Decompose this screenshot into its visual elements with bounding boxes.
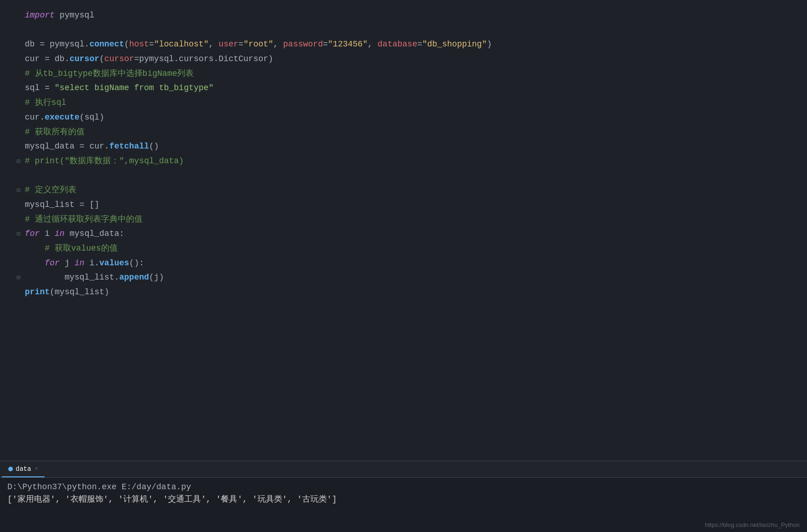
token-normal: cur = db. [25, 54, 69, 63]
fold-gutter[interactable]: ⊟ [14, 156, 23, 167]
code-line: ⊟for i in mysql_data: [14, 227, 807, 241]
bottom-panel: data × D:\Python37\python.exe E:/day/dat… [0, 461, 807, 532]
code-line: ⊟ mysql_list.append(j) [14, 270, 807, 285]
panel-tab-bar: data × [0, 461, 807, 478]
token-fn: print [25, 287, 50, 297]
token-normal: cur. [25, 113, 45, 122]
token-param-red: cursor [104, 54, 134, 63]
token-normal: = [323, 40, 328, 49]
token-normal: mysql_list = [] [25, 200, 99, 209]
code-line: cur.execute(sql) [14, 110, 807, 125]
code-line: import pymysql [14, 8, 807, 23]
token-normal: (mysql_list) [50, 287, 109, 297]
token-normal: (j) [149, 273, 164, 282]
code-content: cur = db.cursor(cursor=pymysql.cursors.D… [25, 52, 807, 66]
code-line: print(mysql_list) [14, 285, 807, 300]
token-param-red: host [129, 40, 149, 49]
token-normal: (sql) [80, 113, 104, 122]
code-line: # 从tb_bigtype数据库中选择bigName列表 [14, 67, 807, 81]
code-line: ⊟# print("数据库数据：",mysql_data) [14, 154, 807, 169]
token-normal: mysql_data = cur. [25, 142, 109, 151]
token-normal: pymysql [55, 11, 94, 20]
code-content: # 获取values的值 [25, 242, 807, 256]
code-content: # print("数据库数据：",mysql_data) [25, 154, 807, 168]
token-normal: j [60, 258, 74, 268]
token-kw-italic: import [25, 11, 55, 20]
token-kw-italic: for [45, 258, 59, 268]
token-fn: cursor [69, 54, 99, 63]
token-normal: =pymysql.cursors.DictCursor) [134, 54, 273, 63]
token-comment-cn: # 获取所有的值 [25, 127, 85, 137]
token-fn: append [119, 273, 149, 282]
token-fn: execute [45, 113, 80, 122]
code-line: cur = db.cursor(cursor=pymysql.cursors.D… [14, 52, 807, 67]
token-param-red: user [218, 40, 238, 49]
token-comment-cn: # 执行sql [25, 98, 66, 107]
panel-output: D:\Python37\python.exe E:/day/data.py ['… [0, 478, 807, 509]
token-fn: fetchall [109, 142, 149, 151]
token-param-val-str: "db_shopping" [422, 40, 486, 49]
code-content: # 执行sql [25, 96, 807, 110]
token-fn: connect [89, 40, 124, 49]
token-normal: = [239, 40, 244, 49]
token-normal: sql = [25, 83, 55, 92]
token-sql-str: "select bigName from tb_bigtype" [55, 83, 214, 92]
code-content [25, 169, 807, 183]
token-param-red: database [378, 40, 417, 49]
code-lines: import pymysql db = pymysql.connect(host… [14, 8, 807, 300]
code-line [14, 169, 807, 183]
code-content: mysql_list.append(j) [25, 271, 807, 285]
token-kw-italic: in [55, 229, 65, 238]
code-content: # 获取所有的值 [25, 126, 807, 139]
token-normal: mysql_data: [64, 229, 124, 238]
token-normal: , [209, 40, 219, 49]
token-normal: ) [487, 40, 492, 49]
token-fn: values [99, 258, 129, 268]
fold-gutter[interactable]: ⊟ [14, 273, 23, 283]
token-comment-cn: # print("数据库数据：",mysql_data) [25, 156, 184, 166]
token-normal: = [417, 40, 422, 49]
tab-close-icon[interactable]: × [35, 466, 38, 472]
token-normal: () [149, 142, 159, 151]
code-line: # 通过循环获取列表字典中的值 [14, 212, 807, 227]
tab-data[interactable]: data × [2, 461, 45, 477]
code-line: db = pymysql.connect(host="localhost", u… [14, 37, 807, 52]
fold-gutter[interactable]: ⊟ [14, 185, 23, 196]
output-line: ['家用电器', '衣帽服饰', '计算机', '交通工具', '餐具', '玩… [7, 493, 800, 504]
code-content: db = pymysql.connect(host="localhost", u… [25, 38, 807, 51]
fold-gutter[interactable]: ⊟ [14, 229, 23, 240]
code-content: # 通过循环获取列表字典中的值 [25, 213, 807, 227]
code-content [25, 23, 807, 37]
code-content: cur.execute(sql) [25, 111, 807, 125]
token-normal: = [149, 40, 154, 49]
token-param-val-str: "localhost" [154, 40, 209, 49]
token-normal: (): [129, 258, 144, 268]
code-line: # 执行sql [14, 96, 807, 110]
token-kw-italic: in [74, 258, 85, 268]
code-line: for j in i.values(): [14, 256, 807, 271]
token-normal: ( [124, 40, 129, 49]
tab-data-label: data [16, 465, 31, 473]
code-line: mysql_list = [] [14, 198, 807, 212]
token-normal: i [40, 229, 54, 238]
code-editor[interactable]: import pymysql db = pymysql.connect(host… [0, 0, 807, 461]
code-line: mysql_data = cur.fetchall() [14, 139, 807, 154]
code-content: sql = "select bigName from tb_bigtype" [25, 81, 807, 95]
code-content: # 从tb_bigtype数据库中选择bigName列表 [25, 67, 807, 81]
token-param-val-str: "123456" [328, 40, 367, 49]
code-content: print(mysql_list) [25, 286, 807, 299]
token-param-red: password [283, 40, 323, 49]
token-normal: , [367, 40, 378, 49]
code-content: import pymysql [25, 9, 807, 23]
token-normal: ( [99, 54, 104, 63]
token-param-val-str: "root" [243, 40, 273, 49]
code-line: # 获取values的值 [14, 241, 807, 256]
code-content: # 定义空列表 [25, 183, 807, 197]
code-content: mysql_data = cur.fetchall() [25, 140, 807, 154]
code-line: ⊟# 定义空列表 [14, 183, 807, 198]
token-comment-cn: # 通过循环获取列表字典中的值 [25, 215, 143, 224]
token-comment-cn: # 获取values的值 [25, 244, 118, 253]
token-normal: mysql_list. [25, 273, 119, 282]
token-comment-cn: # 从tb_bigtype数据库中选择bigName列表 [25, 69, 194, 78]
token-comment-cn: # 定义空列表 [25, 185, 76, 194]
